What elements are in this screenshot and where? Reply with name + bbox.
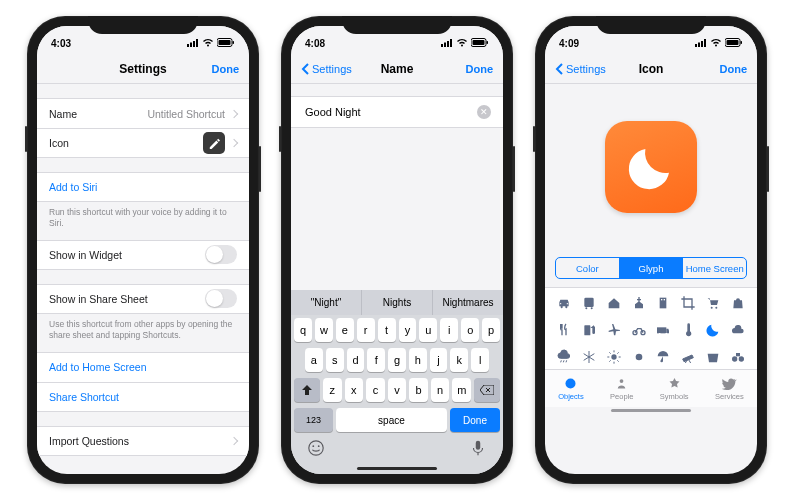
glyph-ambulance[interactable] bbox=[652, 317, 675, 342]
clear-text-button[interactable]: ✕ bbox=[477, 105, 491, 119]
show-in-widget-row[interactable]: Show in Widget bbox=[37, 240, 249, 270]
glyph-fuel[interactable] bbox=[578, 317, 601, 342]
tab-services[interactable]: Services bbox=[715, 376, 744, 401]
glyph-building[interactable] bbox=[652, 290, 675, 315]
name-row[interactable]: Name Untitled Shortcut bbox=[37, 98, 249, 128]
key-t[interactable]: t bbox=[378, 318, 396, 342]
emoji-key[interactable] bbox=[307, 439, 325, 459]
tab-label: Objects bbox=[558, 392, 583, 401]
key-r[interactable]: r bbox=[357, 318, 375, 342]
glyph-binoculars[interactable] bbox=[726, 344, 749, 369]
num-key[interactable]: 123 bbox=[294, 408, 333, 432]
glyph-snow[interactable] bbox=[578, 344, 601, 369]
svg-rect-29 bbox=[661, 299, 662, 300]
done-button[interactable]: Done bbox=[720, 63, 748, 75]
backspace-key[interactable] bbox=[474, 378, 500, 402]
key-z[interactable]: z bbox=[323, 378, 342, 402]
notch bbox=[88, 16, 198, 34]
share-shortcut-row[interactable]: Share Shortcut bbox=[37, 382, 249, 412]
add-to-home-row[interactable]: Add to Home Screen bbox=[37, 352, 249, 382]
key-a[interactable]: a bbox=[305, 348, 323, 372]
key-u[interactable]: u bbox=[419, 318, 437, 342]
glyph-moon-selected[interactable] bbox=[702, 317, 725, 342]
key-y[interactable]: y bbox=[399, 318, 417, 342]
svg-rect-9 bbox=[447, 41, 449, 47]
suggestion[interactable]: Nights bbox=[362, 290, 433, 315]
svg-rect-17 bbox=[476, 441, 481, 450]
name-input[interactable] bbox=[303, 105, 477, 119]
key-s[interactable]: s bbox=[326, 348, 344, 372]
done-button[interactable]: Done bbox=[212, 63, 240, 75]
glyph-cloud[interactable] bbox=[726, 317, 749, 342]
key-f[interactable]: f bbox=[367, 348, 385, 372]
svg-point-31 bbox=[711, 306, 713, 308]
key-n[interactable]: n bbox=[431, 378, 450, 402]
key-w[interactable]: w bbox=[315, 318, 333, 342]
suggestion[interactable]: "Night" bbox=[291, 290, 362, 315]
svg-rect-18 bbox=[695, 44, 697, 47]
glyph-handbag[interactable] bbox=[726, 290, 749, 315]
glyph-utensils[interactable] bbox=[553, 317, 576, 342]
key-p[interactable]: p bbox=[482, 318, 500, 342]
glyph-house[interactable] bbox=[603, 290, 626, 315]
glyph-umbrella[interactable] bbox=[652, 344, 675, 369]
import-questions-row[interactable]: Import Questions bbox=[37, 426, 249, 456]
key-c[interactable]: c bbox=[366, 378, 385, 402]
glyph-cart[interactable] bbox=[702, 290, 725, 315]
key-d[interactable]: d bbox=[347, 348, 365, 372]
glyph-crop[interactable] bbox=[677, 290, 700, 315]
svg-rect-3 bbox=[196, 39, 198, 47]
glyph-sun-alt[interactable] bbox=[627, 344, 650, 369]
glyph-car[interactable] bbox=[553, 290, 576, 315]
back-button[interactable]: Settings bbox=[555, 63, 606, 75]
segment-glyph[interactable]: Glyph bbox=[619, 258, 683, 278]
key-l[interactable]: l bbox=[471, 348, 489, 372]
tab-objects[interactable]: Objects bbox=[558, 376, 583, 401]
segment-color[interactable]: Color bbox=[556, 258, 619, 278]
key-e[interactable]: e bbox=[336, 318, 354, 342]
glyph-bus[interactable] bbox=[578, 290, 601, 315]
key-k[interactable]: k bbox=[450, 348, 468, 372]
glyph-motorcycle[interactable] bbox=[627, 317, 650, 342]
key-g[interactable]: g bbox=[388, 348, 406, 372]
suggestion[interactable]: Nightmares bbox=[433, 290, 503, 315]
segment-home-screen[interactable]: Home Screen bbox=[682, 258, 746, 278]
key-v[interactable]: v bbox=[388, 378, 407, 402]
keyboard-done-key[interactable]: Done bbox=[450, 408, 500, 432]
home-indicator[interactable] bbox=[611, 409, 691, 412]
toggle-off[interactable] bbox=[205, 289, 237, 308]
key-x[interactable]: x bbox=[345, 378, 364, 402]
name-input-cell[interactable]: ✕ bbox=[291, 96, 503, 128]
key-b[interactable]: b bbox=[409, 378, 428, 402]
svg-rect-2 bbox=[193, 41, 195, 47]
key-h[interactable]: h bbox=[409, 348, 427, 372]
glyph-sun[interactable] bbox=[603, 344, 626, 369]
glyph-podium[interactable] bbox=[702, 344, 725, 369]
glyph-rain[interactable] bbox=[553, 344, 576, 369]
show-in-share-sheet-row[interactable]: Show in Share Sheet bbox=[37, 284, 249, 314]
segment-control[interactable]: Color Glyph Home Screen bbox=[555, 257, 747, 279]
glyph-church[interactable] bbox=[627, 290, 650, 315]
home-indicator[interactable] bbox=[357, 467, 437, 470]
glyph-plane[interactable] bbox=[603, 317, 626, 342]
space-key[interactable]: space bbox=[336, 408, 447, 432]
svg-point-42 bbox=[738, 356, 743, 361]
done-button[interactable]: Done bbox=[466, 63, 494, 75]
key-q[interactable]: q bbox=[294, 318, 312, 342]
toggle-off[interactable] bbox=[205, 245, 237, 264]
tab-symbols[interactable]: Symbols bbox=[660, 376, 689, 401]
key-m[interactable]: m bbox=[452, 378, 471, 402]
key-j[interactable]: j bbox=[430, 348, 448, 372]
shift-key[interactable] bbox=[294, 378, 320, 402]
tab-people[interactable]: People bbox=[610, 376, 633, 401]
back-button[interactable]: Settings bbox=[301, 63, 352, 75]
svg-rect-19 bbox=[698, 42, 700, 47]
row-label: Name bbox=[49, 108, 77, 120]
add-to-siri-row[interactable]: Add to Siri bbox=[37, 172, 249, 202]
key-i[interactable]: i bbox=[440, 318, 458, 342]
glyph-telescope[interactable] bbox=[677, 344, 700, 369]
glyph-thermometer[interactable] bbox=[677, 317, 700, 342]
icon-row[interactable]: Icon bbox=[37, 128, 249, 158]
dictation-key[interactable] bbox=[469, 439, 487, 459]
key-o[interactable]: o bbox=[461, 318, 479, 342]
